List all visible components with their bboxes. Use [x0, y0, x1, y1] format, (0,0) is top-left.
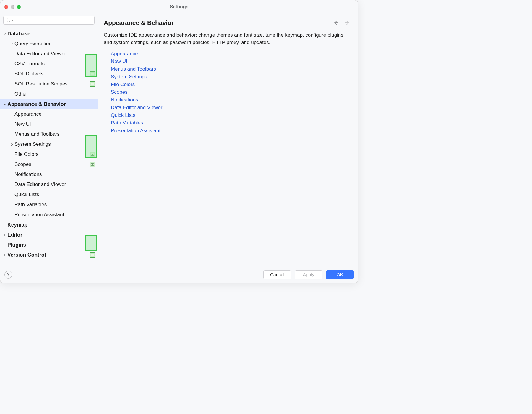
tree-item[interactable]: CSV Formats	[0, 59, 98, 69]
tree-item-label: Menus and Toolbars	[14, 131, 60, 137]
tree-item-label: SQL Resolution Scopes	[14, 81, 68, 87]
tree-item[interactable]: Notifications	[0, 169, 98, 179]
page-title: Appearance & Behavior	[104, 19, 174, 26]
tree-item-label: Presentation Assistant	[14, 212, 64, 218]
subpage-link[interactable]: Path Variables	[111, 120, 350, 126]
subpage-link[interactable]: File Colors	[111, 82, 350, 88]
tree-item-label: Other	[14, 91, 27, 97]
tree-item[interactable]: File Colors	[0, 149, 98, 159]
cancel-button[interactable]: Cancel	[263, 270, 291, 279]
tree-item-label: Scopes	[14, 161, 31, 167]
help-button[interactable]: ?	[4, 271, 12, 279]
project-level-indicator-icon	[90, 162, 95, 167]
tree-item[interactable]: Appearance	[0, 109, 98, 119]
tree-item[interactable]: Path Variables	[0, 200, 98, 210]
project-level-indicator-icon	[90, 71, 95, 77]
tree-item[interactable]: Database	[0, 29, 98, 39]
tree-item-label: Query Execution	[14, 41, 52, 47]
tree-item-label: Keymap	[7, 222, 27, 228]
tree-item-label: Data Editor and Viewer	[14, 51, 66, 57]
maximize-window-button[interactable]	[17, 5, 21, 9]
page-description: Customize IDE appearance and behavior: c…	[104, 32, 349, 46]
nav-back-button[interactable]	[333, 20, 339, 26]
tree-item-label: Plugins	[7, 242, 26, 248]
nav-forward-button[interactable]	[344, 20, 350, 26]
minimize-window-button[interactable]	[11, 5, 14, 9]
settings-tree[interactable]: DatabaseQuery ExecutionData Editor and V…	[0, 28, 98, 266]
tree-item[interactable]: Quick Lists	[0, 190, 98, 200]
tree-item[interactable]: Editor	[0, 230, 98, 240]
subpage-link[interactable]: Presentation Assistant	[111, 128, 350, 134]
tree-item[interactable]: Appearance & Behavior	[0, 99, 98, 109]
tree-item-label: Quick Lists	[14, 192, 39, 198]
project-level-indicator-icon	[90, 252, 95, 258]
tree-item[interactable]: Data Editor and Viewer	[0, 49, 98, 59]
chevron-down-icon[interactable]	[2, 32, 7, 35]
subpage-link[interactable]: Data Editor and Viewer	[111, 105, 350, 111]
subpage-links: AppearanceNew UIMenus and ToolbarsSystem…	[104, 51, 350, 134]
chevron-right-icon[interactable]	[2, 253, 7, 257]
dialog-footer: ? Cancel Apply OK	[0, 266, 358, 283]
chevron-right-icon[interactable]	[9, 143, 14, 146]
tree-item-label: Editor	[7, 232, 22, 238]
chevron-down-icon[interactable]	[2, 103, 7, 106]
chevron-right-icon[interactable]	[9, 42, 14, 46]
tree-item[interactable]: Presentation Assistant	[0, 210, 98, 220]
tree-item[interactable]: New UI	[0, 119, 98, 129]
tree-item-label: System Settings	[14, 141, 51, 147]
tree-item[interactable]: Query Execution	[0, 39, 98, 49]
settings-main-panel: Appearance & Behavior Customize IDE appe…	[98, 13, 358, 266]
tree-item-label: Notifications	[14, 172, 42, 177]
tree-item[interactable]: Keymap	[0, 220, 98, 230]
tree-item[interactable]: System Settings	[0, 139, 98, 149]
tree-item[interactable]: Scopes	[0, 159, 98, 169]
tree-item-label: File Colors	[14, 151, 38, 157]
settings-search-input[interactable]	[3, 16, 95, 25]
subpage-link[interactable]: Appearance	[111, 51, 350, 57]
subpage-link[interactable]: System Settings	[111, 74, 350, 80]
ok-button[interactable]: OK	[326, 270, 354, 279]
search-icon	[6, 18, 10, 22]
tree-item-label: New UI	[14, 121, 31, 127]
tree-item-label: Database	[7, 31, 30, 37]
tree-item-label: Data Editor and Viewer	[14, 182, 66, 187]
chevron-right-icon[interactable]	[2, 233, 7, 237]
project-level-indicator-icon	[90, 81, 95, 87]
tree-item[interactable]: Version Control	[0, 250, 98, 260]
tree-item-label: Appearance	[14, 111, 42, 117]
window-controls	[4, 5, 21, 9]
settings-sidebar: DatabaseQuery ExecutionData Editor and V…	[0, 13, 98, 266]
tree-item[interactable]: Menus and Toolbars	[0, 129, 98, 139]
window-title: Settings	[0, 4, 358, 9]
project-level-indicator-icon	[90, 152, 95, 157]
subpage-link[interactable]: Scopes	[111, 89, 350, 95]
tree-item[interactable]: SQL Resolution Scopes	[0, 79, 98, 89]
tree-item-label: SQL Dialects	[14, 71, 44, 77]
titlebar: Settings	[0, 0, 358, 13]
subpage-link[interactable]: New UI	[111, 59, 350, 64]
svg-line-1	[9, 21, 10, 22]
subpage-link[interactable]: Menus and Toolbars	[111, 66, 350, 72]
settings-window: Settings DatabaseQuery ExecutionData Edi…	[0, 0, 358, 283]
subpage-link[interactable]: Quick Lists	[111, 112, 350, 118]
search-history-dropdown-icon[interactable]	[11, 20, 14, 21]
tree-item-label: CSV Formats	[14, 61, 45, 67]
apply-button[interactable]: Apply	[295, 270, 322, 279]
close-window-button[interactable]	[4, 5, 8, 9]
tree-item-label: Path Variables	[14, 202, 47, 208]
tree-item[interactable]: SQL Dialects	[0, 69, 98, 79]
tree-item[interactable]: Plugins	[0, 240, 98, 250]
subpage-link[interactable]: Notifications	[111, 97, 350, 103]
tree-item[interactable]: Data Editor and Viewer	[0, 179, 98, 190]
tree-item[interactable]: Other	[0, 89, 98, 99]
tree-item-label: Appearance & Behavior	[7, 101, 66, 107]
tree-item-label: Version Control	[7, 252, 46, 258]
